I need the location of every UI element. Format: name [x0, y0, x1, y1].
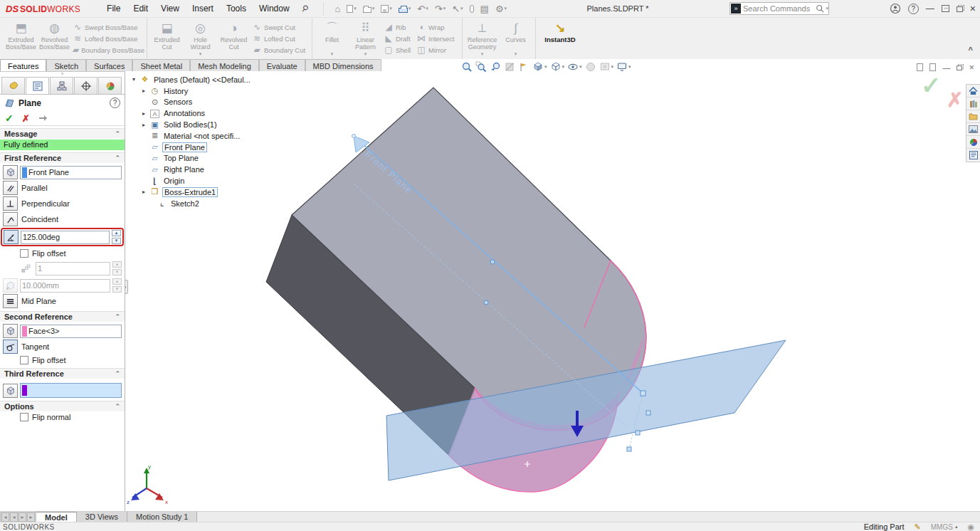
tree-expand-arrow[interactable]: ▸ [142, 122, 149, 128]
ribbon-button-small[interactable]: Lofted Boss/Base [73, 33, 142, 44]
properties-icon[interactable]: ▤ [478, 2, 491, 16]
search-icon[interactable] [816, 4, 824, 13]
print-icon[interactable]: ▾ [396, 4, 413, 14]
menu-item[interactable]: View [154, 1, 186, 16]
ribbon-button[interactable]: RevolvedCut [217, 19, 251, 58]
options-gear-icon[interactable]: ⚙▾ [493, 2, 509, 16]
plane-corner-handle[interactable] [641, 391, 646, 396]
ribbon-tab[interactable]: Mesh Modeling [190, 59, 259, 71]
property-manager-tab-icon[interactable] [26, 77, 49, 94]
ribbon-button[interactable]: RevolvedBoss/Base [38, 19, 71, 58]
help-icon[interactable]: ? [908, 4, 919, 14]
tree-item-label[interactable]: History [162, 87, 189, 95]
ribbon-button-small[interactable]: Boundary Cut [252, 44, 307, 56]
ribbon-button[interactable]: ExtrudedCut [150, 19, 184, 58]
ribbon-button[interactable]: Fillet [315, 19, 349, 58]
plane-handle-dot[interactable] [352, 135, 356, 138]
tab-scroll-last-icon[interactable]: ▸ [27, 512, 35, 522]
hide-show-items-icon[interactable]: ▾ [567, 61, 582, 73]
first-reference-input[interactable]: Front Plane [20, 166, 122, 179]
plane-corner-handle[interactable] [636, 431, 640, 435]
menu-pin-icon[interactable]: ⚲ [295, 0, 315, 18]
parallel-constraint-button[interactable] [3, 181, 18, 195]
confirm-ok-icon[interactable]: ✓ [921, 71, 942, 100]
ribbon-button-small[interactable]: Shell [384, 44, 413, 56]
tree-item-label[interactable]: Origin [162, 177, 186, 185]
menu-item[interactable]: File [100, 1, 127, 16]
tree-item-label[interactable]: Boss-Extrude1 [162, 187, 218, 197]
ribbon-button-small[interactable]: Lofted Cut [252, 33, 307, 44]
options-section-header[interactable]: Options⌃ [0, 401, 125, 411]
previous-view-icon[interactable] [490, 61, 501, 73]
ribbon-button-small[interactable]: Intersect [416, 33, 458, 44]
tree-item-label[interactable]: Sketch2 [169, 199, 201, 208]
ribbon-button[interactable]: HoleWizard [184, 19, 217, 58]
home-icon[interactable] [966, 85, 980, 98]
tree-item-label[interactable]: Front Plane [162, 142, 207, 152]
panel-resize-grip[interactable]: ● [0, 72, 125, 77]
units-selector[interactable]: MMGS▴ [931, 523, 958, 531]
tree-item[interactable]: Sketch2 [132, 198, 246, 209]
section-view-icon[interactable] [504, 61, 515, 73]
maximize-icon[interactable] [942, 5, 949, 12]
ribbon-tab[interactable]: Sheet Metal [132, 59, 190, 71]
zoom-to-fit-icon[interactable] [461, 61, 473, 73]
configuration-manager-tab-icon[interactable] [50, 77, 73, 94]
tree-item-label[interactable]: Annotations [162, 109, 206, 117]
menu-item[interactable]: Tools [220, 1, 253, 16]
zoom-to-area-icon[interactable] [475, 61, 487, 73]
tree-item[interactable]: ▸ Boss-Extrude1 [132, 186, 246, 198]
view-palette-icon[interactable] [966, 123, 980, 136]
menu-item[interactable]: Window [253, 1, 296, 16]
doc-restore-icon[interactable] [957, 65, 962, 70]
ribbon-button-small[interactable]: Mirror [416, 44, 458, 56]
tree-expand-arrow[interactable]: ▸ [142, 110, 149, 117]
angle-constraint-button[interactable] [4, 230, 19, 244]
ribbon-tab[interactable]: Evaluate [259, 59, 305, 71]
tree-item[interactable]: Sensors [132, 97, 246, 108]
tree-item-label[interactable]: Sensors [162, 98, 194, 106]
document-tab[interactable]: Model [36, 512, 77, 522]
plane-handle-dot[interactable] [484, 300, 488, 305]
tree-expand-arrow[interactable]: ▸ [142, 189, 149, 195]
ribbon-button[interactable]: Instant3D [539, 19, 581, 58]
document-tab[interactable]: Motion Study 1 [127, 512, 197, 522]
flip-offset-checkbox[interactable] [20, 249, 28, 258]
tab-scroll-next-icon[interactable]: ▸ [19, 512, 26, 522]
plane-corner-handle[interactable] [646, 411, 650, 415]
ribbon-tab[interactable]: MBD Dimensions [305, 59, 381, 71]
ribbon-button-small[interactable]: Wrap [416, 21, 458, 33]
tree-expand-arrow[interactable]: ▸ [142, 88, 149, 94]
feature-manager-tab-icon[interactable] [1, 77, 25, 94]
ribbon-button[interactable]: ReferenceGeometry [465, 19, 499, 58]
ribbon-tab[interactable]: Features [0, 59, 46, 71]
plane-corner-handle[interactable] [627, 447, 631, 451]
tree-item[interactable]: ▸ Annotations [132, 107, 246, 119]
tree-item-label[interactable]: Solid Bodies(1) [162, 120, 218, 129]
plane-handle-dot[interactable] [490, 260, 495, 264]
tab-scroll-prev-icon[interactable]: ◂ [10, 512, 18, 522]
apply-scene-icon[interactable]: ▾ [599, 61, 614, 73]
angle-spinner[interactable]: ▲▼ [112, 230, 121, 244]
ribbon-button-small[interactable]: Swept Boss/Base [73, 21, 142, 33]
select-icon[interactable]: ↖▾ [450, 2, 465, 16]
open-icon[interactable]: ▾ [361, 4, 377, 14]
menu-item[interactable]: Insert [186, 1, 220, 16]
angle-input[interactable]: 125.00deg [21, 231, 110, 244]
cancel-button[interactable] [22, 113, 30, 124]
tree-item[interactable]: Origin [132, 175, 246, 186]
design-library-icon[interactable] [966, 98, 980, 110]
tangent-constraint-button[interactable] [3, 340, 18, 354]
edit-appearance-icon[interactable] [585, 61, 596, 73]
pin-button[interactable] [38, 114, 48, 122]
search-input[interactable]: Search Commands [743, 4, 816, 13]
redo-icon[interactable]: ↷▾ [433, 2, 448, 16]
new-window-icon[interactable] [917, 63, 923, 71]
ribbon-button-small[interactable]: Boundary Boss/Base [73, 44, 142, 56]
restore-icon[interactable] [957, 6, 963, 12]
attach-icon[interactable] [468, 4, 476, 14]
coincident-constraint-button[interactable] [3, 212, 18, 226]
display-style-icon[interactable]: ▾ [550, 61, 565, 73]
view-settings-icon[interactable]: ▾ [616, 61, 631, 73]
tree-expand-arrow[interactable]: ▾ [132, 76, 139, 83]
